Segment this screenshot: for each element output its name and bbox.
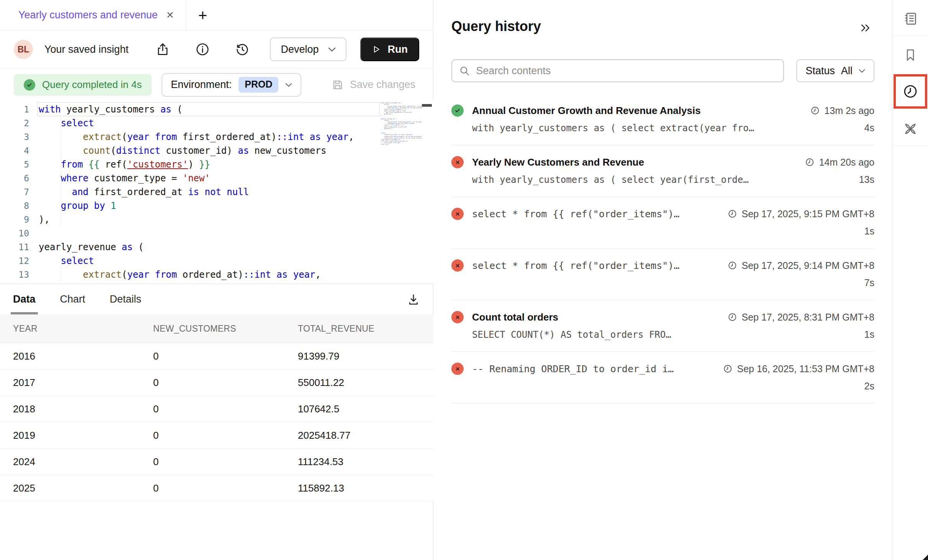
code-line: from {{ ref('customers') }} xyxy=(39,158,381,171)
bookmarks-button[interactable] xyxy=(903,48,918,62)
download-results-button[interactable] xyxy=(407,293,420,306)
code-line: and first_ordered_at is not null xyxy=(39,185,381,199)
save-changes-button[interactable]: Save changes xyxy=(332,79,415,91)
environment-selector[interactable]: Environment: PROD xyxy=(162,73,301,97)
status-filter-dropdown[interactable]: Status All xyxy=(796,59,874,82)
code-line: extract(year from ordered_at)::int as ye… xyxy=(39,268,381,282)
editor-scrollbar-thumb[interactable] xyxy=(422,104,432,107)
history-item-time: Sep 17, 2025, 9:15 PM GMT+8 xyxy=(742,208,874,220)
clock-icon xyxy=(728,209,737,218)
history-item[interactable]: -- Renaming ORDER_ID to order_id i… Sep … xyxy=(451,352,874,404)
history-item[interactable]: select * from {{ ref("order_items")… Sep… xyxy=(451,249,874,300)
history-item[interactable]: select * from {{ ref("order_items")… Sep… xyxy=(451,197,874,249)
collapse-panel-button[interactable] xyxy=(859,22,872,34)
dbt-button[interactable] xyxy=(902,121,918,137)
divider xyxy=(892,36,928,36)
divider xyxy=(892,146,928,146)
run-button[interactable]: Run xyxy=(360,37,419,61)
bookmark-icon xyxy=(903,48,918,62)
code-line: yearly_revenue as ( xyxy=(39,240,381,254)
tab-title: Yearly customers and revenue xyxy=(18,9,158,21)
query-history-list: Annual Customer Growth and Revenue Analy… xyxy=(451,94,874,404)
clock-icon xyxy=(805,158,814,167)
notebook-icon xyxy=(903,11,918,26)
error-status-icon xyxy=(451,208,464,220)
query-status-pill: Query completed in 4s xyxy=(14,74,152,96)
avatar: BL xyxy=(14,40,33,59)
history-item-duration: 1s xyxy=(857,329,874,340)
code-line: where customer_type = 'new' xyxy=(39,171,381,185)
code-line: select xyxy=(39,116,381,130)
results-table: 2016091399.79 20170550011.22 20180107642… xyxy=(0,343,433,501)
new-tab-button[interactable]: + xyxy=(198,8,207,23)
chevron-down-icon xyxy=(285,83,292,87)
code-line: extract(year from first_ordered_at)::int… xyxy=(39,130,381,144)
history-item-snippet: with yearly_customers as ( select year(f… xyxy=(472,174,748,185)
tab-close-icon[interactable]: ✕ xyxy=(166,10,174,20)
status-filter-label: Status xyxy=(805,65,835,77)
column-header-year: YEAR xyxy=(0,324,153,334)
search-input[interactable] xyxy=(476,65,776,77)
history-item[interactable]: Count total orders Sep 17, 2025, 8:31 PM… xyxy=(451,300,874,352)
success-status-icon xyxy=(451,104,464,117)
code-line: count(distinct customer_id) as new_custo… xyxy=(39,144,381,158)
editor-minimap[interactable]: with yearly_customers as ( select extrac… xyxy=(381,102,422,282)
table-row: 20180107642.5 xyxy=(0,396,433,422)
table-row: 2016091399.79 xyxy=(0,343,433,370)
history-item-duration: 4s xyxy=(857,122,874,133)
history-item-time: Sep 17, 2025, 8:31 PM GMT+8 xyxy=(742,312,874,323)
notebook-button[interactable] xyxy=(903,11,918,26)
environment-value-chip: PROD xyxy=(239,77,278,93)
insight-toolbar: BL Your saved insight Develop xyxy=(0,31,433,68)
history-item-snippet: with yearly_customers as ( select extrac… xyxy=(472,123,754,133)
error-status-icon xyxy=(451,363,464,375)
double-chevron-right-icon xyxy=(859,22,872,34)
save-icon xyxy=(332,79,344,91)
editor-tabbar: Yearly customers and revenue ✕ + xyxy=(0,0,433,31)
panel-title: Query history xyxy=(451,18,541,34)
tab-details[interactable]: Details xyxy=(110,284,142,314)
history-item[interactable]: Yearly New Customers and Revenue 14m 20s… xyxy=(451,145,874,197)
code-line: select xyxy=(39,254,381,268)
code-line: ), xyxy=(39,213,381,226)
run-label: Run xyxy=(388,44,408,55)
table-row: 20250115892.13 xyxy=(0,475,433,501)
query-status-row: Query completed in 4s Environment: PROD … xyxy=(0,69,433,101)
right-icon-rail xyxy=(892,0,928,560)
chevron-down-icon xyxy=(859,69,865,73)
history-item-duration: 2s xyxy=(857,381,874,392)
history-icon xyxy=(235,42,250,57)
history-item-time: 14m 20s ago xyxy=(819,157,874,168)
results-tabbar: Data Chart Details xyxy=(0,284,433,314)
play-icon xyxy=(372,45,381,54)
history-item-duration: 13s xyxy=(851,174,874,185)
share-button[interactable] xyxy=(155,42,170,57)
history-item-time: Sep 16, 2025, 11:53 PM GMT+8 xyxy=(737,363,874,374)
column-header-total-revenue: TOTAL_REVENUE xyxy=(298,324,433,334)
table-row: 20240111234.53 xyxy=(0,449,433,475)
develop-dropdown[interactable]: Develop xyxy=(270,37,346,61)
history-item-duration: 1s xyxy=(857,226,874,237)
error-status-icon xyxy=(451,156,464,168)
code-area[interactable]: with yearly_customers as ( select extrac… xyxy=(39,103,381,282)
history-item[interactable]: Annual Customer Growth and Revenue Analy… xyxy=(451,94,874,145)
window-resize-handle[interactable] xyxy=(923,555,928,560)
develop-label: Develop xyxy=(281,44,319,55)
history-item-title: select * from {{ ref("order_items")… xyxy=(472,260,680,271)
clock-icon xyxy=(723,364,732,373)
error-status-icon xyxy=(451,311,464,323)
tab-chart[interactable]: Chart xyxy=(60,284,85,314)
chevron-down-icon xyxy=(328,47,336,52)
query-history-tool-button-active[interactable] xyxy=(894,74,927,109)
environment-label: Environment: xyxy=(171,79,232,91)
owner-label: Your saved insight xyxy=(44,44,129,55)
tab-data[interactable]: Data xyxy=(13,284,36,314)
history-clock-icon xyxy=(902,83,918,99)
history-item-snippet: SELECT COUNT(*) AS total_orders FRO… xyxy=(472,329,671,340)
code-line: with yearly_customers as ( xyxy=(39,103,381,116)
sql-editor[interactable]: 1 2 3 4 5 6 7 8 9 10 11 12 13 with yearl… xyxy=(0,101,433,284)
search-box[interactable] xyxy=(451,59,784,82)
info-button[interactable] xyxy=(195,42,210,57)
version-history-button[interactable] xyxy=(235,42,250,57)
tab-yearly-customers-and-revenue[interactable]: Yearly customers and revenue ✕ xyxy=(0,0,186,30)
